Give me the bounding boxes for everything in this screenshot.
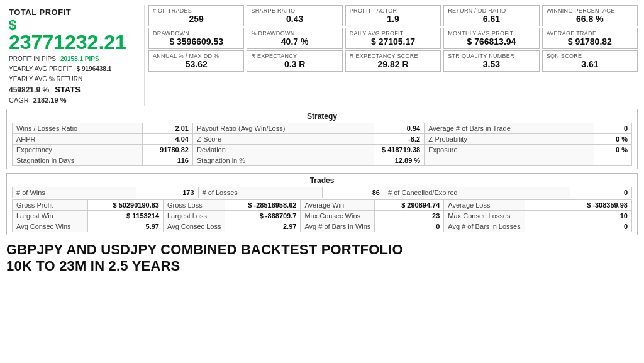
t-val-max-consec-wins: 23 [375, 211, 444, 221]
t-val-avg-bars-losses: 0 [525, 221, 631, 232]
s-val-exposure: 0 % [594, 145, 632, 155]
stat-str-quality: STR QUALITY NUMBER 3.53 [443, 50, 539, 72]
stat-return-dd: RETURN / DD RATIO 6.61 [443, 5, 539, 26]
yearly-avg-return-val-row: 459821.9 % STATS [9, 85, 139, 94]
t-val-max-consec-losses: 10 [525, 211, 631, 221]
s-label-avg-bars: Average # of Bars in Trade [425, 123, 594, 134]
s-val-wins-ratio: 2.01 [142, 123, 192, 134]
yearly-avg-profit: YEARLY AVG PROFIT $ 9196438.1 [9, 65, 139, 72]
stat-annual-pct: ANNUAL % / MAX DD % 53.62 [148, 50, 244, 72]
yearly-avg-return: YEARLY AVG % RETURN [9, 75, 139, 82]
profit-panel: TOTAL PROFIT $ 23771232.21 PROFIT IN PIP… [6, 5, 145, 106]
stat-daily-avg: DAILY AVG PROFIT $ 27105.17 [345, 28, 441, 49]
t-label-avg-loss: Average Loss [444, 200, 525, 211]
stat-drawdown: DRAWDOWN $ 3596609.53 [148, 28, 244, 49]
cagr-row: CAGR 2182.19 % [9, 96, 139, 104]
stats-grid: # OF TRADES 259 SHARPE RATIO 0.43 PROFIT… [145, 5, 638, 106]
trades-section: Trades # of Wins 173 # of Losses 86 # of… [6, 173, 638, 235]
s-label-stagnation-pct: Stagnation in % [192, 155, 374, 166]
t-label-cancelled: # of Cancelled/Expired [384, 187, 570, 198]
t-label-wins: # of Wins [13, 187, 136, 198]
yearly-avg-return-val: 459821.9 % [9, 86, 49, 94]
trades-detail-row-3: Avg Consec Wins 5.97 Avg Consec Loss 2.9… [13, 221, 632, 232]
s-val-avg-bars: 0 [594, 123, 632, 134]
stat-r-expectancy: R EXPECTANCY 0.3 R [247, 50, 342, 72]
profit-in-pips: PROFIT IN PIPS 20158.1 PIPS [9, 55, 139, 62]
trades-summary-table: # of Wins 173 # of Losses 86 # of Cancel… [12, 187, 632, 198]
top-section: TOTAL PROFIT $ 23771232.21 PROFIT IN PIP… [6, 5, 638, 106]
footer-line1: GBPJPY AND USDJPY COMBINED BACKTEST PORT… [6, 242, 638, 258]
t-val-gross-loss: $ -28518958.62 [225, 200, 301, 211]
s-label-wins-ratio: Wins / Losses Ratio [13, 123, 143, 134]
s-val-stagnation-days: 116 [142, 155, 192, 166]
s-label-exposure: Exposure [425, 145, 594, 155]
t-label-max-consec-losses: Max Consec Losses [444, 211, 525, 221]
s-label-deviation: Deviation [192, 145, 374, 155]
strategy-table: Wins / Losses Ratio 2.01 Payout Ratio (A… [12, 123, 632, 166]
yearly-avg-return-label: YEARLY AVG % RETURN [9, 75, 82, 82]
t-label-avg-consec-loss: Avg Consec Loss [164, 221, 225, 232]
t-val-avg-consec-loss: 2.97 [225, 221, 301, 232]
s-val-zscore: -8.2 [374, 134, 425, 145]
s-val-empty [594, 155, 632, 166]
stat-profit-factor: PROFIT FACTOR 1.9 [345, 5, 441, 26]
t-label-max-consec-wins: Max Consec Wins [301, 211, 375, 221]
t-label-gross-loss: Gross Loss [164, 200, 225, 211]
stats-row-1: # OF TRADES 259 SHARPE RATIO 0.43 PROFIT… [148, 5, 638, 26]
t-label-avg-win: Average Win [301, 200, 375, 211]
strategy-row-4: Stagnation in Days 116 Stagnation in % 1… [13, 155, 632, 166]
stats-row-2: DRAWDOWN $ 3596609.53 % DRAWDOWN 40.7 % … [148, 28, 638, 49]
t-label-losses: # of Losses [198, 187, 322, 198]
yearly-avg-profit-label: YEARLY AVG PROFIT [9, 65, 72, 72]
stats-row-3: ANNUAL % / MAX DD % 53.62 R EXPECTANCY 0… [148, 50, 638, 72]
t-val-gross-profit: $ 50290190.83 [88, 200, 164, 211]
s-val-stagnation-pct: 12.89 % [374, 155, 425, 166]
footer-title: GBPJPY AND USDJPY COMBINED BACKTEST PORT… [6, 242, 638, 275]
stat-monthly-avg: MONTHLY AVG PROFIT $ 766813.94 [443, 28, 539, 49]
s-label-payout: Payout Ratio (Avg Win/Loss) [192, 123, 374, 134]
stat-avg-trade: AVERAGE TRADE $ 91780.82 [542, 28, 638, 49]
t-label-avg-bars-wins: Avg # of Bars in Wins [301, 221, 375, 232]
s-val-expectancy: 91780.82 [142, 145, 192, 155]
t-val-largest-win: $ 1153214 [88, 211, 164, 221]
stat-num-trades: # OF TRADES 259 [148, 5, 244, 26]
stats-title-inline: STATS [55, 85, 80, 94]
t-label-avg-bars-losses: Avg # of Bars in Losses [444, 221, 525, 232]
cagr-val: 2182.19 % [33, 96, 67, 104]
s-val-ahpr: 4.04 [142, 134, 192, 145]
profit-dollar-sign: $ [9, 18, 139, 32]
profit-pips-val: 20158.1 PIPS [60, 55, 99, 62]
stat-pct-drawdown: % DRAWDOWN 40.7 % [247, 28, 342, 49]
trades-label: Trades [12, 176, 632, 185]
t-label-largest-win: Largest Win [13, 211, 88, 221]
t-label-largest-loss: Largest Loss [164, 211, 225, 221]
main-container: TOTAL PROFIT $ 23771232.21 PROFIT IN PIP… [0, 0, 644, 281]
profit-value: 23771232.21 [9, 32, 139, 52]
stat-sharpe: SHARPE RATIO 0.43 [247, 5, 342, 26]
stat-r-expectancy-score: R EXPECTANCY SCORE 29.82 R [345, 50, 441, 72]
s-label-stagnation-days: Stagnation in Days [13, 155, 143, 166]
trades-detail-row-1: Gross Profit $ 50290190.83 Gross Loss $ … [13, 200, 632, 211]
t-val-avg-bars-wins: 0 [375, 221, 444, 232]
trades-detail-row-2: Largest Win $ 1153214 Largest Loss $ -86… [13, 211, 632, 221]
t-val-largest-loss: $ -868709.7 [225, 211, 301, 221]
s-val-deviation: $ 418719.38 [374, 145, 425, 155]
footer-line2: 10K TO 23M IN 2.5 YEARS [6, 258, 638, 274]
trades-detail-table: Gross Profit $ 50290190.83 Gross Loss $ … [12, 199, 632, 232]
stat-sqn-score: SQN SCORE 3.61 [542, 50, 638, 72]
strategy-row-1: Wins / Losses Ratio 2.01 Payout Ratio (A… [13, 123, 632, 134]
t-label-gross-profit: Gross Profit [13, 200, 88, 211]
t-label-avg-consec-wins: Avg Consec Wins [13, 221, 88, 232]
s-label-zprob: Z-Probability [425, 134, 594, 145]
t-val-wins: 173 [136, 187, 199, 198]
strategy-label: Strategy [12, 112, 632, 121]
trades-summary-row: # of Wins 173 # of Losses 86 # of Cancel… [13, 187, 632, 198]
s-val-payout: 0.94 [374, 123, 425, 134]
t-val-avg-win: $ 290894.74 [375, 200, 444, 211]
t-val-cancelled: 0 [570, 187, 632, 198]
stat-winning-pct: WINNING PERCENTAGE 66.8 % [542, 5, 638, 26]
profit-pips-label: PROFIT IN PIPS [9, 55, 56, 62]
s-label-zscore: Z-Score [192, 134, 374, 145]
s-label-ahpr: AHPR [13, 134, 143, 145]
cagr-label: CAGR [9, 96, 29, 104]
